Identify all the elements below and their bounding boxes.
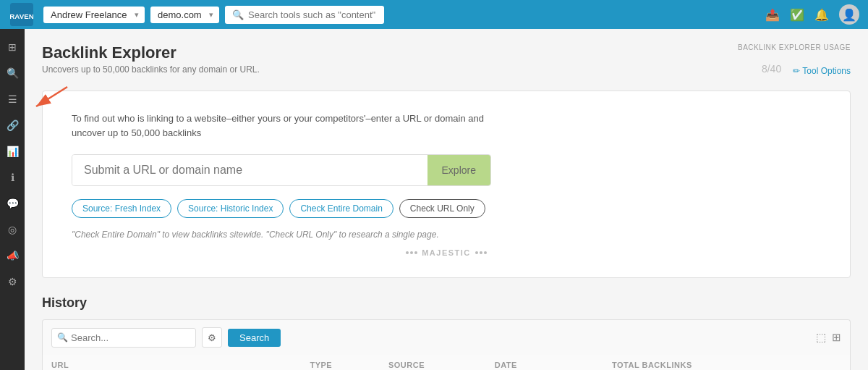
page-header: Backlink Explorer Uncovers up to 50,000 … — [42, 43, 851, 76]
nav-search-icon: 🔍 — [232, 9, 244, 20]
col-url: URL — [43, 355, 302, 370]
col-type: TYPE — [301, 355, 380, 370]
sidebar-item-reports[interactable]: ☰ — [0, 87, 25, 112]
tool-description: To find out who is linking to a website–… — [72, 112, 491, 140]
account-selector-wrapper: Andrew Freelance — [43, 7, 145, 23]
filter-historic-index[interactable]: Source: Historic Index — [177, 199, 284, 218]
history-search-icon: 🔍 — [57, 332, 68, 342]
sidebar-item-location[interactable]: ◎ — [0, 217, 25, 242]
info-icon: ℹ — [11, 172, 14, 183]
dot-5 — [480, 251, 482, 254]
url-input[interactable] — [72, 155, 427, 185]
table-header-row: URL TYPE SOURCE DATE TOTAL BACKLINKS — [43, 355, 851, 370]
history-search-wrapper: 🔍 — [51, 328, 196, 348]
home-icon: ⊞ — [8, 41, 17, 53]
nav-search-input[interactable] — [225, 6, 384, 24]
domain-selector-wrapper: demo.com — [150, 7, 219, 23]
user-avatar[interactable]: 👤 — [839, 4, 859, 25]
toolbar-right-icons: ⬚ ⊞ — [816, 331, 841, 344]
table-view-icon[interactable]: ⬚ — [816, 331, 826, 344]
logo[interactable]: RAVEN — [9, 1, 35, 28]
filter-entire-domain[interactable]: Check Entire Domain — [289, 199, 393, 218]
page-subtitle: Uncovers up to 50,000 backlinks for any … — [42, 64, 260, 75]
dot-1 — [406, 251, 409, 254]
usage-count: 8/40 — [762, 56, 781, 76]
col-backlinks: TOTAL BACKLINKS — [603, 355, 796, 370]
col-date: DATE — [486, 355, 603, 370]
history-section: History 🔍 ⚙ Search ⬚ ⊞ URL TYPE SOURCE — [42, 295, 851, 370]
nav-right: 📤 ✅ 🔔 👤 — [765, 4, 859, 25]
domain-selector[interactable]: demo.com — [150, 7, 219, 23]
sidebar-item-home[interactable]: ⊞ — [0, 35, 25, 59]
filter-buttons: Source: Fresh Index Source: Historic Ind… — [72, 199, 821, 218]
majestic-text: MAJESTIC — [422, 248, 471, 257]
usage-row: 8/40 ✏ Tool Options — [762, 56, 851, 76]
filter-fresh-index[interactable]: Source: Fresh Index — [72, 199, 171, 218]
links-icon: 🔗 — [7, 119, 19, 131]
location-icon: ◎ — [8, 224, 17, 235]
history-title: History — [42, 295, 851, 311]
nav-search-wrapper: 🔍 — [225, 6, 384, 24]
nav-upload-icon[interactable]: 📤 — [765, 8, 780, 22]
majestic-logo: MAJESTIC — [72, 248, 821, 257]
history-table: URL TYPE SOURCE DATE TOTAL BACKLINKS sec… — [42, 355, 851, 370]
avatar-icon: 👤 — [842, 8, 856, 22]
table-header: URL TYPE SOURCE DATE TOTAL BACKLINKS — [43, 355, 851, 370]
top-nav: RAVEN Andrew Freelance demo.com 🔍 📤 ✅ 🔔 … — [0, 0, 868, 29]
chat-icon: 💬 — [7, 198, 19, 209]
majestic-dots — [406, 251, 417, 254]
filter-url-only[interactable]: Check URL Only — [399, 199, 485, 218]
explore-button[interactable]: Explore — [427, 155, 490, 185]
sidebar-item-campaign[interactable]: 📣 — [0, 243, 25, 268]
analytics-icon: 📊 — [7, 146, 19, 157]
dot-3 — [414, 251, 417, 254]
settings-icon: ⚙ — [8, 276, 17, 287]
filter-icon: ⚙ — [208, 332, 216, 343]
usage-section: BACKLINK EXPLORER USAGE 8/40 ✏ Tool Opti… — [738, 43, 851, 76]
dot-6 — [484, 251, 487, 254]
main-content: Backlink Explorer Uncovers up to 50,000 … — [25, 29, 868, 370]
col-source: SOURCE — [380, 355, 486, 370]
tool-area: To find out who is linking to a website–… — [42, 91, 851, 278]
history-toolbar: 🔍 ⚙ Search ⬚ ⊞ — [42, 319, 851, 355]
nav-check-icon[interactable]: ✅ — [790, 8, 804, 22]
grid-view-icon[interactable]: ⊞ — [832, 331, 841, 344]
sidebar-item-chat[interactable]: 💬 — [0, 191, 25, 216]
sidebar: ⊞ 🔍 ☰ 🔗 📊 ℹ 💬 ◎ 📣 ⚙ — [0, 29, 25, 370]
history-search-input[interactable] — [51, 328, 196, 348]
sidebar-item-info[interactable]: ℹ — [0, 165, 25, 190]
majestic-dots-right — [475, 251, 487, 254]
svg-text:RAVEN: RAVEN — [10, 12, 33, 20]
sidebar-item-settings[interactable]: ⚙ — [0, 269, 25, 294]
page-header-left: Backlink Explorer Uncovers up to 50,000 … — [42, 43, 260, 75]
col-actions — [796, 355, 850, 370]
search-icon: 🔍 — [7, 67, 19, 79]
tool-options-link[interactable]: ✏ Tool Options — [793, 66, 851, 76]
nav-bell-icon[interactable]: 🔔 — [814, 8, 829, 22]
account-selector[interactable]: Andrew Freelance — [43, 7, 145, 23]
url-input-row: Explore — [72, 154, 491, 186]
filter-info-text: "Check Entire Domain" to view backlinks … — [72, 230, 821, 240]
sidebar-item-search[interactable]: 🔍 — [0, 61, 25, 85]
sidebar-item-analytics[interactable]: 📊 — [0, 139, 25, 164]
usage-label: BACKLINK EXPLORER USAGE — [738, 43, 851, 51]
dot-4 — [475, 251, 478, 254]
sidebar-item-links[interactable]: 🔗 — [0, 113, 25, 138]
dot-2 — [410, 251, 413, 254]
campaign-icon: 📣 — [7, 250, 19, 261]
reports-icon: ☰ — [8, 93, 17, 105]
filter-icon-button[interactable]: ⚙ — [202, 327, 222, 348]
history-search-button[interactable]: Search — [228, 329, 281, 347]
page-title: Backlink Explorer — [42, 43, 260, 62]
